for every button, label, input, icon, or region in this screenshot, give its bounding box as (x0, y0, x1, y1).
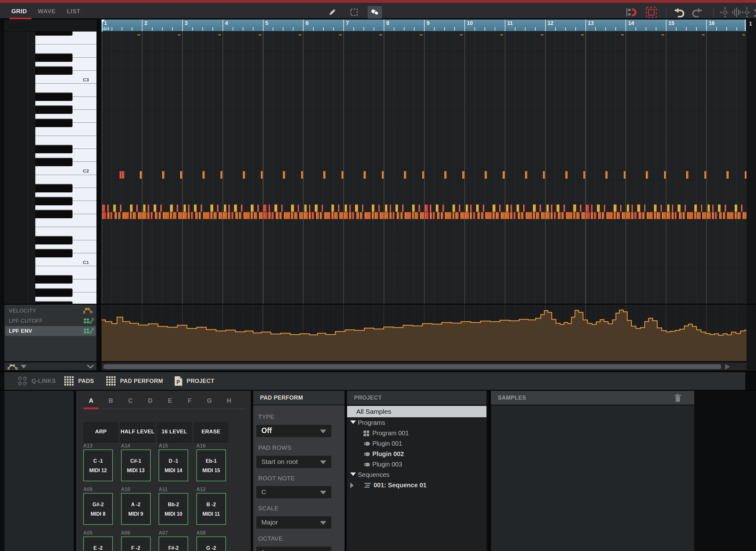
midi-note[interactable] (404, 171, 406, 179)
midi-note[interactable] (243, 212, 250, 219)
midi-note[interactable] (341, 171, 344, 179)
pad-A15[interactable]: D -1MIDI 14 (159, 450, 188, 481)
midi-note[interactable] (323, 171, 326, 179)
midi-note[interactable] (390, 204, 392, 212)
midi-note[interactable] (283, 171, 285, 179)
midi-note[interactable] (672, 204, 674, 212)
lane-row-lpf-env[interactable]: LPF ENV (5, 326, 96, 336)
midi-note[interactable] (505, 212, 509, 219)
midi-note[interactable] (199, 212, 201, 219)
midi-note[interactable] (218, 212, 223, 219)
midi-note[interactable] (349, 204, 351, 212)
midi-note[interactable] (576, 212, 580, 219)
pad-bank-F[interactable]: F (183, 397, 196, 404)
black-key[interactable] (35, 92, 73, 101)
midi-note[interactable] (397, 212, 400, 219)
midi-note[interactable] (605, 171, 608, 179)
midi-note[interactable] (561, 212, 564, 219)
midi-note[interactable] (363, 171, 366, 179)
midi-note[interactable] (372, 204, 375, 212)
black-key[interactable] (35, 145, 73, 153)
midi-note[interactable] (672, 212, 674, 219)
black-key[interactable] (35, 53, 73, 62)
midi-note[interactable] (148, 204, 149, 212)
midi-note[interactable] (646, 171, 648, 179)
pad-A06[interactable]: F -2 (121, 537, 151, 551)
midi-note[interactable] (554, 212, 556, 219)
midi-note[interactable] (312, 212, 314, 219)
midi-note[interactable] (298, 204, 299, 212)
dropdown-scale[interactable]: Major (256, 516, 331, 529)
midi-note[interactable] (316, 212, 319, 219)
midi-note[interactable] (444, 171, 447, 179)
pad-A08[interactable]: G -2 (196, 537, 226, 551)
midi-note[interactable] (657, 212, 660, 219)
black-key[interactable] (35, 105, 73, 114)
midi-note[interactable] (606, 212, 613, 219)
black-key[interactable] (35, 32, 73, 36)
midi-note[interactable] (591, 204, 593, 212)
midi-note[interactable] (338, 204, 340, 212)
pad-bank-G[interactable]: G (203, 397, 216, 404)
midi-note[interactable] (634, 212, 637, 219)
midi-note[interactable] (481, 212, 484, 219)
midi-note[interactable] (355, 204, 358, 212)
midi-note[interactable] (521, 212, 524, 219)
black-key[interactable] (35, 288, 73, 297)
midi-note[interactable] (483, 204, 485, 212)
midi-note[interactable] (476, 204, 479, 212)
midi-note[interactable] (118, 212, 121, 219)
pad-A14[interactable]: C#-1MIDI 13 (121, 450, 151, 481)
midi-note[interactable] (120, 204, 122, 212)
midi-note[interactable] (614, 204, 617, 212)
midi-note[interactable] (462, 171, 464, 179)
midi-note[interactable] (284, 212, 290, 219)
midi-note[interactable] (201, 204, 202, 212)
midi-note[interactable] (322, 204, 323, 212)
midi-note[interactable] (107, 212, 110, 219)
midi-note[interactable] (526, 212, 532, 219)
project-tree-item[interactable]: Programs (347, 418, 486, 428)
midi-note[interactable] (492, 204, 496, 212)
midi-note[interactable] (654, 212, 656, 219)
midi-note[interactable] (224, 204, 226, 212)
midi-note[interactable] (617, 212, 620, 219)
midi-note[interactable] (360, 212, 363, 219)
midi-note[interactable] (173, 212, 177, 219)
midi-note[interactable] (466, 204, 468, 212)
view-tab-list[interactable]: LIST (67, 8, 80, 15)
midi-note[interactable] (525, 171, 527, 179)
midi-note[interactable] (702, 212, 707, 219)
midi-note[interactable] (259, 212, 263, 219)
midi-note[interactable] (573, 212, 576, 219)
midi-note[interactable] (195, 212, 198, 219)
midi-note[interactable] (143, 204, 146, 212)
midi-note[interactable] (470, 212, 472, 219)
midi-note[interactable] (737, 212, 741, 219)
midi-note[interactable] (701, 204, 703, 212)
piano-keyboard[interactable]: C3C2C1 (4, 32, 96, 304)
midi-note[interactable] (586, 212, 590, 219)
project-tree-item[interactable]: Plugin 002 (347, 449, 486, 459)
midi-note[interactable] (170, 212, 172, 219)
midi-note[interactable] (301, 171, 303, 179)
midi-note[interactable] (154, 204, 157, 212)
pad-A10[interactable]: A -2MIDI 9 (121, 493, 151, 525)
midi-note[interactable] (546, 204, 549, 212)
bottom-tab-pad-perform[interactable]: PAD PERFORM (106, 372, 163, 390)
midi-note[interactable] (113, 204, 116, 212)
midi-note[interactable] (442, 204, 444, 212)
midi-note[interactable] (492, 212, 495, 219)
black-key[interactable] (35, 249, 73, 257)
midi-note[interactable] (180, 171, 182, 179)
midi-note[interactable] (445, 212, 451, 219)
midi-note[interactable] (683, 212, 685, 219)
midi-note[interactable] (631, 212, 634, 219)
view-tab-grid[interactable]: GRID (11, 8, 27, 15)
midi-note[interactable] (324, 212, 331, 219)
project-tree-item[interactable]: Plugin 003 (347, 459, 486, 470)
black-key[interactable] (35, 301, 73, 304)
midi-note[interactable] (452, 204, 456, 212)
midi-note[interactable] (382, 171, 384, 179)
midi-note[interactable] (614, 212, 616, 219)
